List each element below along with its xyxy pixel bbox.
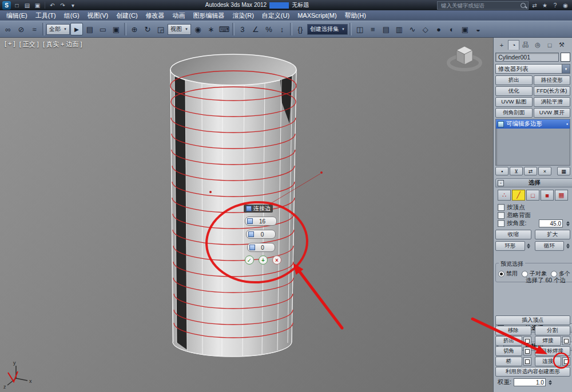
grow-button[interactable]: 扩大 [535, 230, 571, 239]
caddy-title-bar[interactable]: 连接边 [244, 205, 273, 213]
pin-stack-icon[interactable]: ▪ [495, 167, 509, 175]
redo-icon[interactable]: ↷ [58, 1, 67, 9]
caddy-ok-button[interactable]: ✓ [245, 255, 254, 265]
object-name-field[interactable]: Cylinder001 [495, 53, 559, 62]
quick-access-more-icon[interactable]: ▾ [69, 1, 77, 9]
select-and-manipulate-icon[interactable]: ∗ [205, 23, 217, 35]
ring-spinner[interactable] [526, 242, 531, 250]
rectangular-selection-icon[interactable]: ▭ [97, 23, 109, 35]
uvw-unwrap-button[interactable]: UVW 展开 [534, 108, 571, 118]
menu-views[interactable]: 视图(V) [84, 10, 113, 21]
search-icon[interactable] [521, 3, 526, 8]
select-and-rotate-icon[interactable]: ↻ [141, 23, 154, 35]
split-button[interactable]: 分割 [535, 326, 571, 335]
menu-maxscript[interactable]: MAXScript(M) [293, 10, 340, 21]
select-and-move-icon[interactable]: ⊕ [128, 23, 141, 35]
open-file-icon[interactable]: ▤ [23, 1, 31, 9]
viewport-menu-view[interactable]: [ 正交 ] [19, 40, 39, 49]
mirror-icon[interactable]: ◫ [353, 23, 366, 35]
caddy-cancel-button[interactable]: × [272, 255, 281, 265]
render-production-icon[interactable]: ◒ [472, 23, 484, 35]
viewport-menu-plus[interactable]: [ + ] [5, 40, 15, 49]
layer-manager-icon[interactable]: ▤ [380, 23, 392, 35]
search-input[interactable] [440, 2, 518, 9]
ffd-box-button[interactable]: FFD(长方体) [534, 86, 571, 96]
select-and-link-icon[interactable]: ∞ [2, 23, 14, 35]
optimize-button[interactable]: 优化 [495, 86, 533, 96]
element-mode-icon[interactable]: ▦ [555, 190, 568, 201]
favorites-icon[interactable]: ★ [541, 1, 549, 9]
material-editor-icon[interactable]: ● [432, 23, 445, 35]
make-unique-icon[interactable]: ⇄ [524, 167, 537, 175]
border-mode-icon[interactable]: □ [526, 190, 539, 201]
connect-button[interactable]: 连接 [535, 357, 562, 366]
menu-modifiers[interactable]: 修改器 [142, 10, 169, 21]
tab-hierarchy-icon[interactable]: 品 [520, 40, 531, 50]
menu-create[interactable]: 创建(C) [112, 10, 141, 21]
modifier-stack[interactable]: 可编辑多边形 ▪ [495, 119, 570, 166]
keyboard-override-icon[interactable]: ⌨ [218, 23, 231, 35]
viewport[interactable]: [ + ] [ 正交 ] [ 真实 + 边面 ] [0, 38, 493, 392]
curve-editor-icon[interactable]: ∿ [406, 23, 419, 35]
tab-display-icon[interactable]: □ [544, 40, 555, 50]
loop-button[interactable]: 循环 [535, 241, 565, 251]
menu-customize[interactable]: 自定义(U) [258, 10, 293, 21]
rendered-frame-icon[interactable]: ▣ [459, 23, 471, 35]
percent-snap-icon[interactable]: % [263, 23, 275, 35]
undo-icon[interactable]: ↶ [48, 1, 57, 9]
reference-coordsys-dropdown[interactable]: 视图 ▼ [168, 24, 191, 35]
save-file-icon[interactable]: ▣ [33, 1, 42, 9]
stack-item-editable-poly[interactable]: 可编辑多边形 ▪ [496, 119, 570, 129]
align-icon[interactable]: ≡ [367, 23, 379, 35]
stack-item-toggle-icon[interactable]: ▪ [566, 121, 568, 127]
weight-field[interactable]: 1.0 [514, 378, 546, 386]
weight-spinner[interactable] [548, 379, 553, 386]
menu-rendering[interactable]: 渲染(R) [229, 10, 258, 21]
extrude-modifier-button[interactable]: 挤出 [495, 75, 533, 85]
tab-create-icon[interactable]: + [496, 40, 507, 50]
show-end-result-icon[interactable]: ⊻ [510, 167, 523, 175]
shrink-button[interactable]: 收缩 [495, 230, 531, 239]
help-icon[interactable]: ? [551, 1, 559, 9]
caddy-apply-button[interactable]: + [259, 255, 268, 265]
snap-toggle-3d-icon[interactable]: 3 [236, 23, 249, 35]
named-selection-dropdown[interactable]: 创建选择集 ▼ [307, 24, 348, 35]
bind-to-space-warp-icon[interactable]: ≈ [28, 23, 41, 35]
target-weld-button[interactable]: 目标焊接 [535, 346, 571, 356]
render-setup-icon[interactable]: ◐ [446, 23, 458, 35]
uvw-map-button[interactable]: UVW 贴图 [495, 97, 533, 107]
menu-animation[interactable]: 动画 [169, 10, 189, 21]
path-deform-button[interactable]: 路径变形 [534, 75, 571, 85]
ribbon-toggle-icon[interactable]: ▥ [393, 23, 406, 35]
select-by-name-icon[interactable]: ▤ [84, 23, 96, 35]
tab-utilities-icon[interactable]: ⚒ [556, 40, 567, 50]
angle-spinner[interactable] [565, 220, 570, 227]
by-angle-checkbox[interactable] [498, 220, 505, 227]
chamfer-settings-button[interactable] [523, 347, 531, 355]
selection-filter-dropdown[interactable]: 全部 ▼ [46, 24, 70, 35]
edge-mode-icon[interactable]: ╱ [512, 190, 525, 201]
remove-modifier-icon[interactable]: × [538, 167, 551, 175]
extrude-button[interactable]: 挤出 [495, 336, 522, 346]
chevron-down-icon[interactable]: ▼ [562, 65, 570, 73]
chamfer-button[interactable]: 切角 [495, 346, 522, 356]
tab-motion-icon[interactable]: ◎ [532, 40, 543, 50]
configure-modifier-sets-icon[interactable]: ▦ [557, 167, 570, 175]
viewport-menu-shading[interactable]: [ 真实 + 边面 ] [43, 40, 82, 49]
named-selection-sets-icon[interactable]: {} [294, 23, 307, 35]
collapse-icon[interactable]: - [498, 180, 504, 186]
modifier-list-dropdown[interactable]: 修改器列表 ▼ [495, 64, 570, 74]
weld-settings-button[interactable] [562, 337, 570, 345]
menu-help[interactable]: 帮助(H) [341, 10, 370, 21]
menu-graph-editors[interactable]: 图形编辑器 [189, 10, 229, 21]
unlink-selection-icon[interactable]: ⊘ [15, 23, 27, 35]
angle-value-field[interactable]: 45.0 [539, 219, 563, 227]
sign-in-icon[interactable]: ⇄ [530, 1, 539, 9]
rollout-selection-header[interactable]: - 选择 [495, 178, 572, 187]
spinner-snap-icon[interactable]: ↕ [276, 23, 288, 35]
schematic-view-icon[interactable]: ◇ [419, 23, 432, 35]
new-file-icon[interactable]: □ [13, 1, 21, 9]
insert-vertex-button[interactable]: 插入顶点 [495, 315, 570, 325]
slide-field[interactable]: 0 [247, 243, 275, 252]
app-logo-icon[interactable]: S [2, 1, 11, 10]
